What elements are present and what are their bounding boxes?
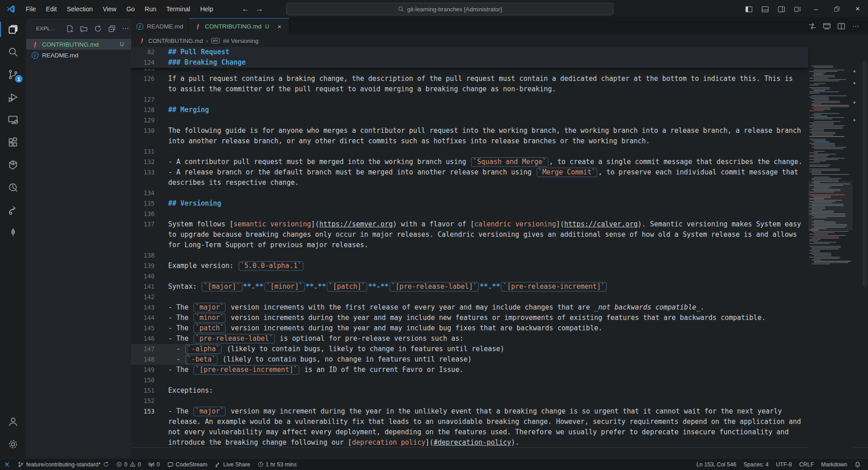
editor-line[interactable]: 145- The patch version increments during… (131, 323, 868, 334)
tab-contributing[interactable]: CONTRIBUTING.md U × (189, 18, 289, 34)
editor-line[interactable]: 133- A release branch or the default bra… (131, 167, 868, 178)
sticky-scroll[interactable]: 82## Pull Request124### Breaking Change (131, 47, 808, 68)
editor-line[interactable]: 134 (131, 188, 868, 198)
window-minimize-button[interactable]: – (806, 0, 826, 18)
menu-run[interactable]: Run (140, 3, 161, 15)
problems-item[interactable]: 0 0 (113, 459, 145, 470)
accounts-icon[interactable] (0, 410, 26, 433)
editor-line[interactable]: 132- A contributor pull request must be … (131, 157, 868, 167)
nav-back-icon[interactable]: ← (241, 5, 249, 14)
remote-explorer-icon[interactable] (0, 108, 26, 131)
breadcrumb-symbol[interactable]: ## Versioning (223, 38, 259, 44)
toggle-panel-icon[interactable] (757, 0, 773, 18)
editor-line[interactable]: 136 (131, 209, 868, 219)
new-file-icon[interactable] (66, 25, 74, 33)
live-share-icon[interactable] (0, 199, 26, 221)
editor-line[interactable]: for Long-Term Support of previous major … (131, 240, 868, 250)
editor-content[interactable]: 125126If a pull request contains a braki… (131, 47, 868, 458)
editor-line[interactable]: 150 (131, 375, 868, 385)
minimap[interactable] (808, 64, 853, 458)
editor-line[interactable]: 129 (131, 115, 868, 126)
split-editor-icon[interactable] (835, 20, 847, 32)
menu-edit[interactable]: Edit (41, 3, 62, 15)
breadcrumb-file[interactable]: CONTRIBUTING.md (148, 38, 203, 44)
editor-line[interactable]: 142 (131, 292, 868, 302)
editor-line[interactable]: 128## Merging (131, 105, 868, 115)
editor-line[interactable]: 131 (131, 146, 868, 157)
scrollbar-thumb[interactable] (863, 61, 867, 287)
window-restore-button[interactable] (826, 0, 847, 18)
editor-line[interactable]: 146- The pre-release-label is optional f… (131, 334, 868, 344)
editor-line[interactable]: 152 (131, 396, 868, 406)
editor-line[interactable]: describes its respective change. (131, 178, 868, 188)
git-branch-item[interactable]: feature/contributing-standard* (14, 459, 113, 470)
tab-close-icon[interactable]: × (275, 23, 283, 31)
minimap-slider[interactable] (808, 181, 853, 230)
editor-line[interactable]: to assist the committer of the pull requ… (131, 84, 868, 94)
editor-line[interactable]: 137System follows [semantic versioning](… (131, 219, 868, 230)
codestream-clock-icon[interactable] (0, 176, 26, 199)
more-actions-icon[interactable]: ⋯ (122, 24, 129, 33)
editor-more-actions-icon[interactable]: ⋯ (850, 20, 862, 32)
menu-view[interactable]: View (98, 3, 121, 15)
window-close-button[interactable]: × (847, 0, 868, 18)
editor-line[interactable]: 126If a pull request contains a braking … (131, 74, 868, 84)
menu-file[interactable]: File (21, 3, 41, 15)
open-preview-icon[interactable] (821, 20, 833, 32)
timer-item[interactable]: 1 hr 53 mins (254, 459, 301, 470)
editor-line[interactable]: introduce the breaking change following … (131, 437, 868, 448)
editor-line[interactable]: 143- The major version increments with t… (131, 302, 868, 313)
refresh-icon[interactable] (94, 25, 102, 33)
sticky-line[interactable]: 82## Pull Request (131, 47, 808, 57)
editor-line[interactable]: into another release branch, or any othe… (131, 136, 868, 146)
editor-line[interactable]: 153- The major version may increment dur… (131, 406, 868, 417)
customize-layout-icon[interactable] (789, 0, 806, 18)
editor-line[interactable]: 127 (131, 94, 868, 105)
nav-forward-icon[interactable]: → (255, 5, 263, 14)
editor-line[interactable]: not every vulnerability may affect every… (131, 427, 868, 437)
editor-line[interactable]: 139Example version: 5.0.0-alpha.1 (131, 261, 868, 271)
editor-line[interactable]: to upgrade because breaking changes only… (131, 230, 868, 240)
menu-selection[interactable]: Selection (62, 3, 98, 15)
cursor-position[interactable]: Ln 153, Col 546 (693, 459, 740, 470)
encoding[interactable]: UTF-8 (772, 459, 795, 470)
command-center-search[interactable]: git-learning-branches [Administrator] (286, 3, 613, 15)
editor-line[interactable]: 140 (131, 271, 868, 282)
settings-gear-icon[interactable] (0, 433, 26, 456)
new-folder-icon[interactable] (80, 25, 88, 33)
ports-item[interactable]: 0 (145, 459, 164, 470)
tab-readme[interactable]: i README.md (131, 18, 189, 34)
search-view-icon[interactable] (0, 41, 26, 63)
editor-line[interactable]: 130The following guide is for anyone who… (131, 126, 868, 136)
editor-line[interactable]: 148 - -beta (likely to contain bugs, no … (131, 354, 868, 365)
extensions-icon[interactable] (0, 131, 26, 154)
language-mode[interactable]: Markdown (817, 459, 851, 470)
editor-line[interactable]: release. An example would be a vulnerabi… (131, 417, 868, 427)
overview-ruler[interactable] (853, 47, 868, 458)
menu-go[interactable]: Go (121, 3, 140, 15)
codestream-item[interactable]: CodeStream (164, 459, 211, 470)
menu-help[interactable]: Help (195, 3, 218, 15)
explorer-icon[interactable] (0, 18, 26, 41)
editor-line[interactable]: 149- The [pre-release-increment] is an I… (131, 365, 868, 375)
collapse-folders-icon[interactable] (108, 25, 116, 33)
editor-line[interactable]: 135## Versioning (131, 198, 868, 209)
source-control-icon[interactable]: 1 (0, 63, 26, 86)
editor-line[interactable]: 138 (131, 250, 868, 261)
notifications-bell-icon[interactable] (851, 459, 864, 470)
file-row-readme.md[interactable]: iREADME.md (26, 50, 131, 61)
menu-terminal[interactable]: Terminal (161, 3, 195, 15)
run-and-debug-icon[interactable] (0, 86, 26, 108)
toggle-secondary-sidebar-icon[interactable] (773, 0, 789, 18)
extension-cube-icon[interactable] (0, 154, 26, 176)
editor-line[interactable]: 147 - -alpha (likely to contain bugs, li… (131, 344, 868, 354)
editor-line[interactable]: 151Exceptions: (131, 385, 868, 396)
eol-sequence[interactable]: CRLF (796, 459, 818, 470)
indentation[interactable]: Spaces: 4 (740, 459, 773, 470)
breadcrumb[interactable]: CONTRIBUTING.md › abc ## Versioning (131, 34, 808, 47)
mongodb-leaf-icon[interactable] (0, 221, 26, 244)
open-changes-icon[interactable] (807, 20, 818, 32)
toggle-sidebar-icon[interactable] (741, 0, 757, 18)
sticky-line[interactable]: 124### Breaking Change (131, 57, 808, 68)
editor-line[interactable]: 144- The minor version increments during… (131, 313, 868, 323)
